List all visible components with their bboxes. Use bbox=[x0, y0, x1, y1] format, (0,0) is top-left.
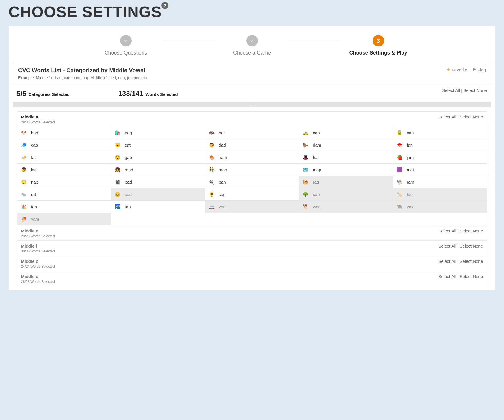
word-text: sad bbox=[125, 192, 132, 197]
select-all-link[interactable]: Select All bbox=[438, 274, 456, 279]
word-icon: 🛍️ bbox=[114, 129, 121, 136]
words-count-label: Words Selected bbox=[145, 92, 178, 97]
step-choose-questions[interactable]: Choose Questions bbox=[89, 35, 163, 56]
word-cell[interactable]: 🏷️tag bbox=[393, 188, 487, 201]
word-icon: 👦 bbox=[20, 166, 28, 173]
word-cell[interactable]: 🐏ram bbox=[393, 176, 487, 188]
word-icon: 🗺️ bbox=[302, 166, 309, 173]
word-cell[interactable]: 🚰tap bbox=[111, 201, 205, 213]
word-cell[interactable]: 🐀rat bbox=[17, 188, 111, 201]
word-cell[interactable]: 🪭fan bbox=[393, 139, 487, 151]
category-name: Middle u bbox=[21, 274, 55, 279]
select-all-link[interactable]: Select All bbox=[438, 244, 456, 248]
word-text: pad bbox=[125, 180, 132, 184]
word-cell[interactable]: 🏖️tan bbox=[17, 201, 111, 213]
select-none-link[interactable]: Select None bbox=[463, 88, 487, 93]
word-cell[interactable]: 🧢cap bbox=[17, 139, 111, 151]
word-cell[interactable]: 🍳pan bbox=[205, 176, 299, 188]
word-text: tag bbox=[407, 192, 413, 197]
word-cell[interactable]: 🥫can bbox=[393, 127, 487, 139]
counts-row: 5/5 Categories Selected 133/141 Words Se… bbox=[13, 84, 491, 102]
word-cell[interactable]: 📓pad bbox=[111, 176, 205, 188]
select-none-link[interactable]: Select None bbox=[460, 114, 483, 119]
word-cell[interactable]: 🍓jam bbox=[393, 151, 487, 164]
collapse-bar[interactable] bbox=[13, 102, 491, 107]
categories-count-value: 5/5 bbox=[17, 90, 26, 97]
step-choose-settings[interactable]: 3 Choose Settings & Play bbox=[341, 35, 416, 56]
select-none-link[interactable]: Select None bbox=[460, 228, 483, 233]
category-header[interactable]: Middle e23/23 Words SelectedSelect All |… bbox=[17, 225, 487, 240]
category-name: Middle i bbox=[21, 244, 55, 248]
svg-text:?: ? bbox=[163, 3, 167, 9]
word-cell[interactable]: 🌳sap bbox=[299, 188, 393, 201]
word-icon: 🏖️ bbox=[20, 203, 28, 210]
select-all-link[interactable]: Select All bbox=[438, 114, 456, 119]
select-none-link[interactable]: Select None bbox=[460, 259, 483, 264]
select-all-link[interactable]: Select All bbox=[438, 259, 456, 264]
word-cell[interactable]: 👨dad bbox=[205, 139, 299, 151]
word-cell[interactable]: 😢sad bbox=[111, 188, 205, 201]
word-icon: 🥫 bbox=[396, 129, 403, 136]
word-cell[interactable]: 🐕wag bbox=[299, 201, 393, 213]
word-cell[interactable]: 👧mad bbox=[111, 164, 205, 176]
word-cell[interactable]: 🚕cab bbox=[299, 127, 393, 139]
help-icon[interactable]: ? bbox=[161, 0, 169, 12]
favorite-label: Favorite bbox=[452, 67, 467, 72]
word-cell[interactable]: 👫man bbox=[205, 164, 299, 176]
category-header[interactable]: Middle a28/36 Words SelectedSelect All |… bbox=[17, 112, 487, 127]
categories-count: 5/5 Categories Selected bbox=[17, 90, 70, 98]
category-actions: Select All | Select None bbox=[438, 228, 483, 233]
word-cell[interactable]: 🍖ham bbox=[205, 151, 299, 164]
word-cell[interactable]: 🗺️map bbox=[299, 164, 393, 176]
step-line bbox=[289, 41, 341, 41]
word-text: man bbox=[219, 167, 227, 172]
main-card: Choose Questions Choose a Game 3 Choose … bbox=[9, 26, 495, 290]
word-grid: 🐶bad🛍️bag🦇bat🚕cab🥫can🧢cap🐱cat👨dad🦫dam🪭fa… bbox=[17, 127, 487, 225]
word-cell[interactable]: 🧈fat bbox=[17, 151, 111, 164]
category-header[interactable]: Middle o24/24 Words SelectedSelect All |… bbox=[17, 256, 487, 271]
word-cell[interactable]: 🍠yam bbox=[17, 213, 111, 225]
word-icon: 😢 bbox=[114, 190, 121, 198]
word-icon: 🍖 bbox=[208, 153, 215, 161]
word-cell[interactable]: 🧺rag bbox=[299, 176, 393, 188]
category-header[interactable]: Middle i30/30 Words SelectedSelect All |… bbox=[17, 240, 487, 256]
flag-button[interactable]: ⚑ Flag bbox=[472, 67, 486, 72]
word-icon: 🪭 bbox=[396, 141, 403, 149]
word-cell[interactable]: 🐃yak bbox=[393, 201, 487, 213]
word-cell[interactable]: 🚐van bbox=[205, 201, 299, 213]
select-none-link[interactable]: Select None bbox=[460, 274, 483, 279]
word-icon: 👧 bbox=[114, 166, 121, 173]
word-cell[interactable]: 🛍️bag bbox=[111, 127, 205, 139]
word-text: dad bbox=[219, 143, 226, 147]
select-all-link[interactable]: Select All bbox=[438, 228, 456, 233]
word-cell[interactable]: 🐱cat bbox=[111, 139, 205, 151]
step-choose-game[interactable]: Choose a Game bbox=[215, 35, 289, 56]
word-cell[interactable]: 🎩hat bbox=[299, 151, 393, 164]
word-text: rag bbox=[313, 180, 319, 184]
favorite-button[interactable]: ★ Favorite bbox=[447, 67, 467, 72]
word-icon: 🍠 bbox=[20, 215, 28, 223]
step-number-icon: 3 bbox=[373, 35, 384, 46]
word-cell[interactable]: 🦇bat bbox=[205, 127, 299, 139]
select-all-link[interactable]: Select All bbox=[442, 88, 460, 93]
word-cell[interactable]: 🟪mat bbox=[393, 164, 487, 176]
stepper: Choose Questions Choose a Game 3 Choose … bbox=[9, 26, 495, 63]
word-cell[interactable]: 😮gap bbox=[111, 151, 205, 164]
empty-cell bbox=[111, 213, 205, 225]
select-none-link[interactable]: Select None bbox=[460, 244, 483, 248]
word-text: bat bbox=[219, 130, 225, 135]
word-cell[interactable]: 😴nap bbox=[17, 176, 111, 188]
word-text: sag bbox=[219, 192, 226, 197]
word-cell[interactable]: 👦lad bbox=[17, 164, 111, 176]
word-cell[interactable]: 🐶bad bbox=[17, 127, 111, 139]
word-cell[interactable]: 🌻sag bbox=[205, 188, 299, 201]
word-text: dam bbox=[313, 143, 321, 147]
word-cell[interactable]: 🦫dam bbox=[299, 139, 393, 151]
chevron-up-icon bbox=[250, 102, 254, 107]
category-header[interactable]: Middle u28/28 Words SelectedSelect All |… bbox=[17, 271, 487, 286]
word-text: bad bbox=[31, 130, 38, 135]
word-text: hat bbox=[313, 155, 319, 160]
word-icon: 😮 bbox=[114, 153, 121, 161]
word-text: gap bbox=[125, 155, 132, 160]
word-icon: 🦫 bbox=[302, 141, 309, 149]
